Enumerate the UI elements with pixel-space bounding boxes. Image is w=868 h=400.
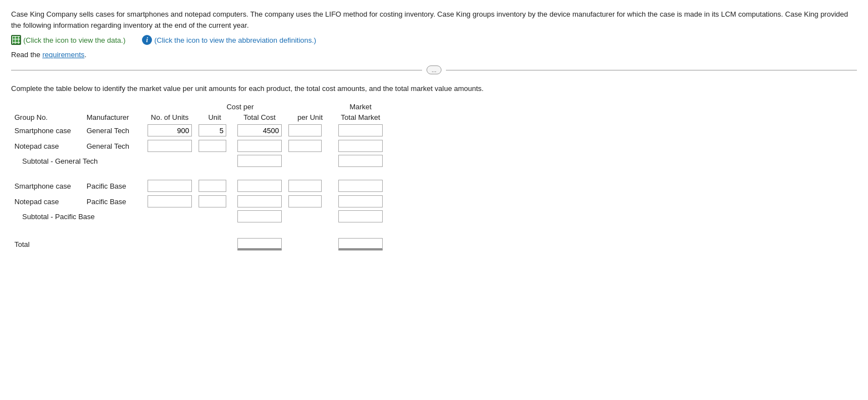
smartphone-case-pb-total-market-input[interactable] [338, 180, 383, 192]
notepad-case-pb-total-cost-input[interactable] [237, 195, 282, 207]
smartphone-case-pb-manufacturer: Pacific Base [83, 178, 144, 194]
subtotal-gt-total-market-input[interactable] [338, 155, 383, 167]
smartphone-case-gt-units-input[interactable] [148, 124, 192, 136]
notepad-case-pb-unit-input[interactable] [199, 195, 226, 207]
notepad-case-pb-total-market-input[interactable] [338, 195, 383, 207]
smartphone-case-gt-label: Smartphone case [11, 123, 83, 138]
smartphone-case-pb-label: Smartphone case [11, 178, 83, 194]
subtotal-gt-total-cost-input[interactable] [237, 155, 282, 167]
header-no-units-label: No. of Units [144, 112, 195, 123]
links-row: (Click the icon to view the data.) i (Cl… [11, 35, 857, 45]
notepad-case-pb-total-market-cell [335, 194, 386, 209]
total-label: Total [11, 234, 83, 252]
data-link[interactable]: (Click the icon to view the data.) [11, 35, 125, 45]
smartphone-case-gt-total-market-cell [335, 123, 386, 138]
notepad-case-pb-label: Notepad case [11, 194, 83, 209]
total-total-cost-input[interactable] [237, 238, 282, 250]
notepad-case-gt-units-input[interactable] [148, 140, 192, 152]
header-unit-label: Unit [195, 112, 234, 123]
smartphone-case-pb-per-unit-input[interactable] [288, 180, 322, 192]
notepad-case-gt-per-unit-cell [285, 138, 335, 154]
read-the-text: Read the [11, 50, 40, 59]
divider-left [11, 70, 422, 70]
smartphone-case-gt-unit-cell [195, 123, 234, 138]
subtotal-gt-total-cost-cell [234, 154, 285, 170]
info-icon: i [142, 35, 152, 45]
header-total-market-label: Total Market [335, 112, 386, 123]
header-group-no-label: Group No. [11, 112, 83, 123]
table-row: Smartphone case Pacific Base [11, 178, 386, 194]
notepad-case-gt-unit-cell [195, 138, 234, 154]
smartphone-case-gt-per-unit-cell [285, 123, 335, 138]
smartphone-case-pb-unit-input[interactable] [199, 180, 226, 192]
smartphone-case-gt-manufacturer: General Tech [83, 123, 144, 138]
smartphone-case-gt-units-cell [144, 123, 195, 138]
header-total-cost-spacer [285, 102, 335, 112]
total-unit-empty [195, 234, 234, 252]
description-text: Case King Company sells cases for smartp… [11, 9, 854, 31]
notepad-case-gt-unit-input[interactable] [199, 140, 226, 152]
notepad-case-gt-manufacturer: General Tech [83, 138, 144, 154]
subtotal-gt-total-market-cell [335, 154, 386, 170]
header-group-no [11, 102, 83, 112]
subtotal-pb-total-cost-cell [234, 209, 285, 226]
header-per-unit-label: per Unit [285, 112, 335, 123]
smartphone-case-gt-unit-input[interactable] [199, 124, 226, 136]
group-spacer-2 [11, 226, 386, 234]
total-manufacturer-empty [83, 234, 144, 252]
notepad-case-gt-total-cost-input[interactable] [237, 140, 282, 152]
notepad-case-pb-total-cost-cell [234, 194, 285, 209]
subtotal-gt-unit-empty [195, 154, 234, 170]
notepad-case-gt-per-unit-input[interactable] [288, 140, 322, 152]
notepad-case-gt-units-cell [144, 138, 195, 154]
requirements-link[interactable]: requirements [42, 50, 84, 59]
lcm-table: Cost per Market Group No. Manufacturer N… [11, 102, 386, 252]
subtotal-pb-units-empty [144, 209, 195, 226]
data-link-text: (Click the icon to view the data.) [23, 36, 125, 44]
notepad-case-gt-total-cost-cell [234, 138, 285, 154]
header-manufacturer [83, 102, 144, 112]
smartphone-case-gt-total-cost-input[interactable] [237, 124, 282, 136]
subtotal-gt-per-unit-empty [285, 154, 335, 170]
grid-icon [11, 35, 21, 45]
subtotal-pacific-base-row: Subtotal - Pacific Base [11, 209, 386, 226]
smartphone-case-gt-total-market-input[interactable] [338, 124, 383, 136]
smartphone-case-pb-units-input[interactable] [148, 180, 192, 192]
divider-button[interactable]: ... [427, 65, 441, 74]
smartphone-case-pb-total-cost-input[interactable] [237, 180, 282, 192]
read-line: Read the requirements. [11, 50, 857, 59]
total-units-empty [144, 234, 195, 252]
notepad-case-pb-unit-cell [195, 194, 234, 209]
subtotal-pb-total-cost-input[interactable] [237, 210, 282, 222]
smartphone-case-pb-total-cost-cell [234, 178, 285, 194]
notepad-case-gt-total-market-cell [335, 138, 386, 154]
total-per-unit-empty [285, 234, 335, 252]
subtotal-gt-label: Subtotal - General Tech [11, 154, 144, 170]
total-total-market-cell [335, 234, 386, 252]
table-row: Notepad case General Tech [11, 138, 386, 154]
header-cost-per-group: Cost per [195, 102, 285, 112]
notepad-case-gt-total-market-input[interactable] [338, 140, 383, 152]
subtotal-pb-label: Subtotal - Pacific Base [11, 209, 144, 226]
subtotal-pb-total-market-cell [335, 209, 386, 226]
divider-row: ... [11, 65, 857, 74]
smartphone-case-gt-per-unit-input[interactable] [288, 124, 322, 136]
subtotal-pb-total-market-input[interactable] [338, 210, 383, 222]
notepad-case-pb-units-input[interactable] [148, 195, 192, 207]
notepad-case-pb-manufacturer: Pacific Base [83, 194, 144, 209]
header-manufacturer-label: Manufacturer [83, 112, 144, 123]
header-units [144, 102, 195, 112]
total-total-market-input[interactable] [338, 238, 383, 250]
group-spacer [11, 170, 386, 178]
smartphone-case-pb-units-cell [144, 178, 195, 194]
smartphone-case-gt-total-cost-cell [234, 123, 285, 138]
abbrev-link[interactable]: i (Click the icon to view the abbreviati… [142, 35, 316, 45]
divider-right [446, 70, 857, 70]
notepad-case-gt-label: Notepad case [11, 138, 83, 154]
smartphone-case-pb-unit-cell [195, 178, 234, 194]
notepad-case-pb-per-unit-input[interactable] [288, 195, 322, 207]
smartphone-case-pb-per-unit-cell [285, 178, 335, 194]
total-total-cost-cell [234, 234, 285, 252]
header-total-cost-label: Total Cost [234, 112, 285, 123]
subtotal-pb-per-unit-empty [285, 209, 335, 226]
